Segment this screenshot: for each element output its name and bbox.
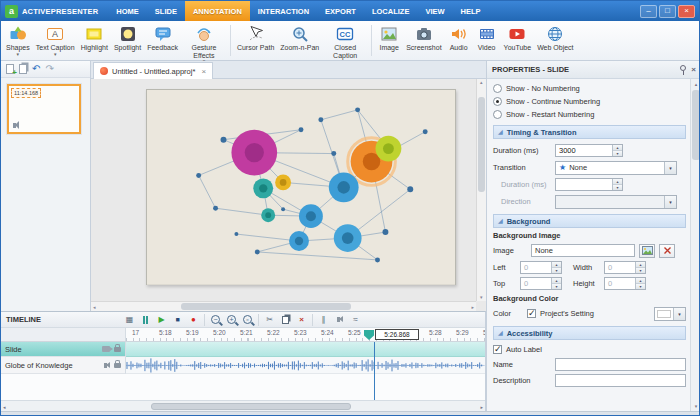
shapes-button[interactable]: Shapes▾	[3, 23, 33, 58]
close-tab-icon[interactable]: ×	[201, 67, 206, 76]
slide-thumbnail[interactable]: 11:14.168	[7, 84, 81, 134]
speaker-icon[interactable]	[104, 363, 107, 368]
highlight-button[interactable]: Highlight	[78, 23, 111, 58]
new-slide-icon[interactable]	[6, 64, 14, 74]
text-caption-button[interactable]: A Text Caption▾	[33, 23, 78, 58]
properties-scrollbar[interactable]: ▴ ▾	[690, 79, 700, 411]
project-setting-checkbox[interactable]	[527, 309, 536, 318]
web-object-button[interactable]: Web Object	[534, 23, 576, 58]
lock-icon[interactable]	[114, 363, 121, 368]
gesture-effects-button[interactable]: Gesture Effects▾	[181, 23, 227, 58]
redo-icon[interactable]: ↷	[45, 64, 53, 74]
radio-button[interactable]	[493, 110, 502, 119]
scroll-left-icon[interactable]: ◂	[3, 404, 6, 410]
slide-duration-bar[interactable]	[126, 342, 485, 357]
document-tab[interactable]: Untitled - Untitled.approj* ×	[93, 62, 213, 79]
transition-dropdown[interactable]: ★None ▾	[555, 161, 677, 175]
stop-icon[interactable]: ■	[171, 314, 184, 326]
section-background[interactable]: ◢ Background	[493, 214, 686, 228]
canvas-horizontal-scrollbar[interactable]: ◂▸	[91, 301, 476, 311]
timeline-ruler-labels[interactable]: 5:26.868 175:185:195:205:215:225:235:245…	[126, 328, 485, 341]
scroll-down-icon[interactable]: ▾	[691, 401, 700, 411]
timeline-row-globe[interactable]: Globe of Knowledge	[1, 357, 485, 374]
track-header-globe[interactable]: Globe of Knowledge	[1, 357, 126, 374]
titlebar-tab-home[interactable]: HOME	[108, 1, 147, 21]
duration-spinner[interactable]: 3000 ▴▾	[555, 144, 623, 157]
numbering-option-row[interactable]: Show - Continue Numbering	[493, 95, 686, 108]
choose-image-button[interactable]	[639, 244, 655, 258]
numbering-option-row[interactable]: Show - Restart Numbering	[493, 108, 686, 121]
closed-caption-button[interactable]: CC Closed Caption	[322, 23, 368, 58]
titlebar-tab-export[interactable]: EXPORT	[317, 1, 364, 21]
record-icon[interactable]: ●	[187, 314, 200, 326]
audio-wave-icon[interactable]: ≈	[349, 314, 362, 326]
width-spinner[interactable]: 0▴▾	[604, 261, 646, 274]
track-header-slide[interactable]: Slide	[1, 342, 126, 357]
copy-range-icon[interactable]	[279, 314, 292, 326]
scroll-down-icon[interactable]: ▾	[480, 295, 483, 300]
canvas-vertical-scrollbar[interactable]: ▴▾	[476, 79, 486, 301]
playhead-handle[interactable]	[364, 330, 374, 340]
scroll-right-icon[interactable]: ▸	[471, 305, 474, 310]
scrollbar-thumb[interactable]	[692, 90, 700, 160]
close-panel-icon[interactable]: ×	[691, 66, 696, 74]
duplicate-slide-icon[interactable]	[19, 64, 27, 74]
camera-icon[interactable]	[102, 346, 110, 352]
scrollbar-thumb[interactable]	[151, 403, 351, 410]
play-icon[interactable]: ▶	[155, 314, 168, 326]
numbering-option-row[interactable]: Show - No Numbering	[493, 82, 686, 95]
chevron-down-icon[interactable]: ▾	[664, 162, 676, 174]
zoom-out-icon[interactable]: −	[209, 314, 222, 326]
audio-volume-icon[interactable]	[333, 314, 346, 326]
titlebar-tab-annotation[interactable]: ANNOTATION	[185, 1, 250, 21]
chevron-down-icon[interactable]: ▾	[673, 308, 685, 320]
radio-button[interactable]	[493, 84, 502, 93]
timeline-ruler[interactable]: 5:26.868 175:185:195:205:215:225:235:245…	[1, 328, 485, 342]
undo-icon[interactable]: ↶	[32, 64, 40, 74]
split-audio-icon[interactable]: ∥	[317, 314, 330, 326]
lock-icon[interactable]	[114, 347, 121, 352]
slide-canvas[interactable]: ▴▾ ◂▸	[91, 79, 486, 311]
color-swatch-dropdown[interactable]: ▾	[654, 307, 686, 321]
pin-icon[interactable]	[680, 65, 686, 71]
slide[interactable]	[146, 89, 456, 285]
video-button[interactable]: Video	[473, 23, 501, 58]
insert-timeline-icon[interactable]: ▦	[123, 314, 136, 326]
description-field[interactable]	[555, 374, 686, 387]
timeline-row-slide[interactable]: Slide	[1, 342, 485, 357]
image-field[interactable]: None	[531, 244, 635, 257]
playhead-time-badge[interactable]: 5:26.868	[375, 329, 419, 340]
spin-down-icon[interactable]: ▾	[613, 150, 622, 156]
titlebar-tab-help[interactable]: HELP	[453, 1, 489, 21]
titlebar-tab-localize[interactable]: LOCALIZE	[364, 1, 418, 21]
titlebar-tab-interaction[interactable]: INTERACTION	[250, 1, 317, 21]
cursor-path-button[interactable]: Cursor Path	[234, 23, 277, 58]
scroll-left-icon[interactable]: ◂	[93, 305, 96, 310]
minimize-button[interactable]: –	[640, 5, 657, 18]
clear-image-button[interactable]	[659, 244, 675, 258]
audio-waveform-track[interactable]	[126, 357, 485, 374]
timeline-horizontal-scrollbar[interactable]: ◂ ▸	[1, 400, 485, 411]
section-accessibility[interactable]: ◢ Accessibility	[493, 326, 686, 340]
audio-button[interactable]: Audio	[445, 23, 473, 58]
youtube-button[interactable]: YouTube	[501, 23, 535, 58]
left-spinner[interactable]: 0▴▾	[520, 261, 562, 274]
scroll-right-icon[interactable]: ▸	[480, 404, 483, 410]
radio-button[interactable]	[493, 97, 502, 106]
delete-range-icon[interactable]: ×	[295, 314, 308, 326]
scroll-up-icon[interactable]: ▴	[691, 79, 700, 89]
image-button[interactable]: Image	[375, 23, 403, 58]
scroll-up-icon[interactable]: ▴	[480, 80, 483, 85]
feedback-button[interactable]: Feedback	[144, 23, 181, 58]
close-button[interactable]: ×	[678, 5, 695, 18]
top-spinner[interactable]: 0▴▾	[520, 277, 562, 290]
scrollbar-thumb[interactable]	[181, 303, 351, 310]
zoom-n-pan-button[interactable]: Zoom-n-Pan	[277, 23, 322, 58]
section-timing-transition[interactable]: ◢ Timing & Transition	[493, 125, 686, 139]
name-field[interactable]	[555, 358, 686, 371]
pause-icon[interactable]	[139, 314, 152, 326]
cut-range-icon[interactable]: ✂	[263, 314, 276, 326]
auto-label-checkbox[interactable]	[493, 345, 502, 354]
screenshot-button[interactable]: Screenshot	[403, 23, 444, 58]
zoom-fit-icon[interactable]: ▫	[241, 314, 254, 326]
